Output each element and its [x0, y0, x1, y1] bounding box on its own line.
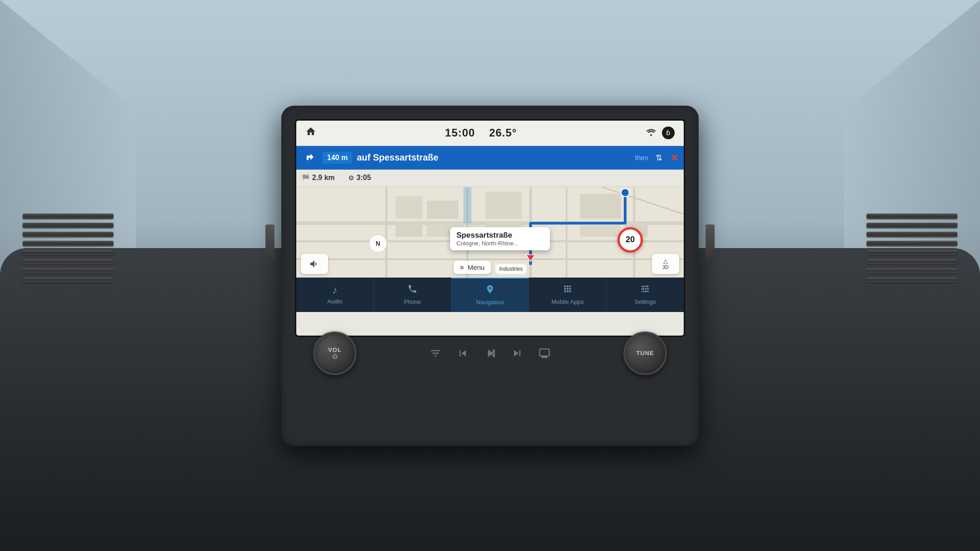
- volume-knob[interactable]: VOL ⏻: [313, 332, 357, 375]
- menu-button[interactable]: ≡ Menu: [454, 261, 491, 274]
- tab-settings-label: Settings: [635, 298, 656, 305]
- then-label: then: [635, 154, 648, 161]
- vent-slat: [867, 277, 957, 283]
- vol-knob-label: VOL: [328, 346, 342, 353]
- svg-rect-18: [395, 223, 422, 237]
- tab-phone-label: Phone: [404, 298, 421, 305]
- vent-left: [23, 198, 113, 298]
- tab-mobile-apps[interactable]: Mobile Apps: [529, 278, 607, 312]
- bluetooth-icon: ɓ: [662, 127, 675, 139]
- view-3d-button[interactable]: △ 3D: [652, 254, 679, 274]
- vent-slat: [23, 268, 113, 273]
- vent-slat: [23, 214, 113, 219]
- vent-right: [867, 198, 957, 298]
- svg-rect-12: [427, 200, 459, 219]
- menu-lines-icon: ≡: [460, 263, 464, 271]
- navigation-icon: [485, 284, 495, 297]
- close-navigation-button[interactable]: ✕: [671, 152, 678, 163]
- turn-distance-badge: 140 m: [323, 152, 352, 164]
- status-right-icons: ɓ: [646, 127, 675, 139]
- physical-controls: VOL ⏻: [290, 345, 690, 361]
- vent-slat: [867, 259, 957, 264]
- vent-slat: [23, 277, 113, 283]
- media-controls: [427, 345, 553, 361]
- temperature-display: 26.5°: [489, 127, 517, 139]
- status-bar: 15:00 26.5° ɓ: [296, 121, 684, 146]
- vent-slat: [23, 250, 113, 255]
- vent-slat: [23, 223, 113, 228]
- vent-slat: [867, 268, 957, 273]
- eq-button[interactable]: [427, 345, 444, 361]
- svg-rect-14: [580, 194, 621, 219]
- tune-knob[interactable]: TUNE: [623, 332, 667, 375]
- tab-navigation-label: Navigation: [476, 299, 504, 306]
- clock-icon: ⊙: [348, 174, 354, 181]
- vent-slat: [867, 250, 957, 255]
- svg-point-20: [621, 188, 629, 196]
- wifi-icon: [646, 127, 657, 138]
- checkered-flag-icon: 🏁: [302, 174, 309, 181]
- phone-icon: [407, 284, 417, 297]
- vent-slat: [867, 214, 957, 219]
- svg-rect-11: [395, 196, 422, 219]
- apps-grid-icon: [563, 284, 573, 297]
- screen-toggle-button[interactable]: [536, 345, 553, 361]
- infotainment-unit: 15:00 26.5° ɓ: [281, 106, 699, 446]
- total-distance-display: 🏁 2.9 km: [302, 174, 335, 182]
- screen: 15:00 26.5° ɓ: [295, 119, 685, 337]
- vent-slat: [23, 259, 113, 264]
- tab-settings[interactable]: Settings: [607, 278, 684, 312]
- svg-point-0: [650, 134, 652, 136]
- vent-slat: [867, 241, 957, 246]
- clock-display: 15:00: [445, 127, 475, 139]
- next-track-button[interactable]: [509, 345, 525, 361]
- nav-instruction-bar: 140 m auf Spessartstraße then ⇅ ✕: [296, 146, 684, 170]
- vent-slat: [23, 232, 113, 237]
- power-icon: ⏻: [332, 353, 338, 360]
- tune-knob-label: TUNE: [636, 350, 654, 356]
- tab-phone[interactable]: Phone: [374, 278, 451, 312]
- play-pause-button[interactable]: [482, 345, 498, 361]
- triangle-3d-icon: △: [663, 258, 668, 264]
- speed-limit-sign: 20: [617, 227, 643, 253]
- svg-rect-13: [485, 191, 521, 219]
- current-city-name: Cologne, North-Rhine...: [456, 240, 544, 247]
- status-time-temp: 15:00 26.5°: [445, 127, 517, 139]
- street-info-popup: Spessartstraße Cologne, North-Rhine...: [450, 227, 550, 250]
- map-area[interactable]: N ≡ Menu Industries △ 3D: [296, 187, 684, 278]
- current-street-name: Spessartstraße: [456, 231, 544, 240]
- music-icon: ♪: [333, 284, 338, 296]
- vent-slat: [23, 241, 113, 246]
- tab-navigation[interactable]: Navigation: [451, 278, 529, 312]
- menu-label: Menu: [468, 263, 485, 271]
- settings-sliders-icon: [640, 284, 650, 297]
- upcoming-street-name: auf Spessartstraße: [357, 152, 630, 163]
- bottom-nav-tabs: ♪ Audio Phone Navigation: [296, 278, 684, 312]
- volume-button[interactable]: [301, 254, 328, 274]
- tab-mobile-apps-label: Mobile Apps: [552, 298, 584, 305]
- previous-track-button[interactable]: [455, 345, 471, 361]
- next-turn-icon: ⇅: [656, 153, 662, 163]
- scroll-wheel-left[interactable]: [265, 224, 274, 261]
- eta-display: ⊙ 3:05: [348, 174, 371, 182]
- tab-audio[interactable]: ♪ Audio: [296, 278, 374, 312]
- nav-stats-bar: 🏁 2.9 km ⊙ 3:05: [296, 170, 684, 187]
- vent-slat: [867, 223, 957, 228]
- tab-audio-label: Audio: [327, 298, 342, 305]
- vent-slat: [867, 232, 957, 237]
- home-icon[interactable]: [305, 126, 316, 140]
- svg-rect-15: [580, 223, 621, 237]
- turn-direction-icon: [302, 150, 318, 166]
- scroll-wheel-right[interactable]: [706, 224, 715, 261]
